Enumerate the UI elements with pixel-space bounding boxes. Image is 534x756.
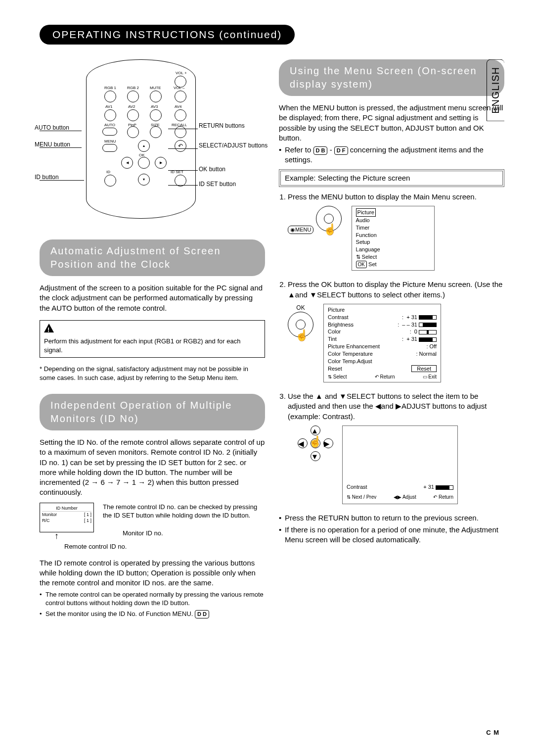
- contrast-screen: Contrast + 31 ⇅ Next / Prev ◀▶ Adjust ↶ …: [342, 425, 458, 504]
- language-tab: ENGLISH: [487, 59, 504, 121]
- ref-dd: D D: [195, 610, 209, 618]
- picture-menu-row: Color Temp.Adjust: [328, 358, 437, 365]
- menu-refer-line: Refer to D B - D F concerning the adjust…: [279, 145, 504, 165]
- contrast-label: Contrast: [347, 483, 367, 491]
- idset-callout: ID SET button: [199, 180, 236, 188]
- picture-menu-row: Picture Enhancement: Off: [328, 343, 437, 350]
- picture-menu-row: ResetReset: [328, 365, 437, 373]
- pinp-button: [127, 126, 139, 138]
- av3-button: [150, 109, 162, 121]
- id-callout: ID button: [35, 173, 59, 181]
- ok-label-ill: OK: [288, 304, 313, 312]
- nav-down-button: ▼: [138, 174, 150, 186]
- main-menu-set: OK Set: [356, 261, 430, 269]
- menu-press-illustration: ☝: [316, 206, 342, 232]
- nav-up-button: ▲: [138, 140, 150, 152]
- menu-refer-sep: -: [330, 145, 334, 154]
- id-number-box: ID Number Monitor[ 1 ] R/C[ 1 ]: [40, 503, 94, 532]
- end-bullet1: Press the RETURN button to return to the…: [279, 513, 504, 523]
- auto-button: [102, 128, 117, 136]
- idno-bullet2: Set the monitor using the ID No. of Func…: [40, 610, 265, 618]
- idno-caption: The remote control ID no. can be checked…: [103, 503, 265, 520]
- main-menu-item: Timer: [356, 224, 430, 232]
- return-callout: RETURN buttons: [199, 122, 245, 130]
- contrast-next: Next / Prev: [352, 494, 376, 500]
- idno-body1: Setting the ID No. of the remote control…: [40, 437, 265, 498]
- example-text: Example: Selecting the Picture screen: [280, 171, 503, 186]
- left-column: VOL + RGB 1 RGB 2 MUTE VOL – AV1 AV2: [40, 59, 265, 620]
- page-footer: C M: [486, 729, 499, 736]
- picture-menu-row: Tint: + 31: [328, 335, 437, 343]
- right-column: Using the Menu Screen (On-screen display…: [279, 59, 504, 620]
- main-menu-item: Setup: [356, 238, 430, 246]
- select-adjust-callout: SELECT/ADJUST buttons: [199, 142, 248, 149]
- return-button: ↶: [175, 140, 186, 152]
- contrast-adjust: Adjust: [402, 494, 416, 500]
- contrast-return: Return: [439, 494, 453, 500]
- contrast-value: + 31: [423, 484, 434, 490]
- auto-adjust-body: Adjustment of the screen to a position s…: [40, 283, 265, 313]
- menu-screen-heading: Using the Menu Screen (On-screen display…: [279, 59, 504, 96]
- picture-menu-title: Picture: [328, 306, 437, 314]
- av4-button: [175, 109, 186, 121]
- nav-left-button: ◀: [121, 157, 133, 169]
- menu-intro: When the MENU button is pressed, the adj…: [279, 103, 504, 143]
- ref-db: D B: [313, 146, 328, 155]
- idno-bullet1: The remote control can be operated norma…: [40, 590, 265, 608]
- auto-adjust-heading: Automatic Adjustment of Screen Position …: [40, 239, 265, 276]
- recall-button: [175, 126, 186, 138]
- picture-menu-box: PictureContrast: + 31 Brightness: – – 31…: [323, 304, 441, 382]
- idbox-title: ID Number: [42, 505, 91, 512]
- main-menu-item: Audio: [356, 217, 430, 224]
- main-menu-item: Function: [356, 232, 430, 239]
- nav-pad-illustration: ▲ ◀ ▶ ▼ ☝: [298, 425, 332, 460]
- auto-adjust-note: * Depending on the signal, satisfactory …: [40, 365, 265, 382]
- rgb2-button: [127, 91, 139, 102]
- step1-text: Press the MENU button to display the Mai…: [288, 192, 504, 202]
- ok-button: [138, 157, 150, 169]
- av1-button: [104, 109, 116, 121]
- auto-callout: AUTO button: [35, 124, 69, 132]
- vol-minus-button: [175, 91, 186, 102]
- menu-callout: MENU button: [35, 141, 70, 148]
- idbox-rc-val: [ 1 ]: [84, 518, 91, 523]
- mute-button: [150, 91, 162, 102]
- idbox-rc-label: R/C: [42, 518, 50, 523]
- size-button: [150, 126, 162, 138]
- picture-menu-row: Color Temperature: Normal: [328, 350, 437, 358]
- main-menu-select: ⇅ Select: [356, 253, 430, 261]
- nav-right-button: ▶: [155, 157, 167, 169]
- step2-text: Press the OK button to display the Pictu…: [288, 280, 504, 300]
- menu-refer-a: Refer to: [285, 145, 313, 154]
- menu-key-icon: ◉MENU: [288, 226, 313, 234]
- idno-body2: The ID remote control is operated by pre…: [40, 558, 265, 588]
- idno-bullet2-text: Set the monitor using the ID No. of Func…: [45, 610, 193, 617]
- remote-id-label: Remote control ID no.: [64, 542, 265, 551]
- step3-text: Use the ▲ and ▼SELECT buttons to select …: [288, 391, 504, 422]
- picture-menu-row: Brightness: – – 31: [328, 321, 437, 329]
- monitor-id-label: Monitor ID no.: [123, 529, 265, 538]
- ok-press-illustration: ☝: [288, 312, 313, 337]
- page-title: OPERATING INSTRUCTIONS (continued): [40, 25, 295, 45]
- menu-button: [102, 144, 117, 152]
- ref-df: D F: [334, 146, 348, 155]
- end-bullet2: If there is no operation for a period of…: [279, 525, 504, 545]
- warning-text: Perform this adjustment for each input (…: [44, 337, 261, 354]
- idbox-monitor-val: [ 1 ]: [84, 512, 91, 518]
- main-menu-item: Picture: [356, 208, 376, 217]
- ok-callout: OK button: [199, 165, 225, 173]
- main-menu-item: Language: [356, 246, 430, 253]
- picture-menu-footer: ⇅ Select↶ Return▭ Exit: [328, 374, 437, 380]
- rgb1-button: [104, 91, 116, 102]
- warning-box: Perform this adjustment for each input (…: [40, 320, 265, 358]
- remote-diagram: VOL + RGB 1 RGB 2 MUTE VOL – AV1 AV2: [40, 59, 242, 228]
- av2-button: [127, 109, 139, 121]
- example-box: Example: Selecting the Picture screen: [279, 169, 504, 187]
- picture-menu-row: Contrast: + 31: [328, 314, 437, 321]
- idbox-monitor-label: Monitor: [42, 512, 57, 518]
- warning-icon: [44, 324, 54, 332]
- main-menu-box: PictureAudioTimerFunctionSetupLanguage⇅ …: [352, 206, 435, 271]
- id-button: [104, 175, 116, 187]
- idno-heading: Independent Operation of Multiple Monito…: [40, 394, 265, 430]
- picture-menu-row: Color: 0: [328, 328, 437, 335]
